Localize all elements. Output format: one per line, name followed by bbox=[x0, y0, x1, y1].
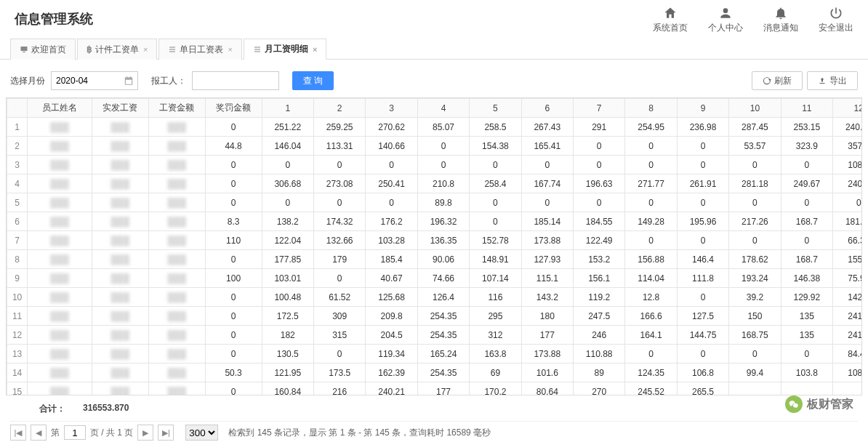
app-header: 信息管理系统 系统首页 个人中心 消息通知 安全退出 bbox=[0, 0, 868, 38]
nav-logout[interactable]: 安全退出 bbox=[819, 6, 853, 34]
monitor-icon bbox=[20, 45, 28, 54]
grid-header: 员工姓名实发工资工资金额奖罚金额12345678910111213 bbox=[7, 99, 863, 118]
reporter-label: 报工人： bbox=[151, 75, 186, 87]
refresh-icon bbox=[763, 76, 771, 85]
table-row[interactable]: 3█████████000000000000108.410 bbox=[7, 156, 863, 174]
table-row[interactable]: 14█████████50.3121.95173.5162.39254.3569… bbox=[7, 363, 863, 382]
column-header[interactable]: 4 bbox=[417, 99, 469, 118]
pager-prev[interactable]: ◀ bbox=[31, 425, 47, 441]
wechat-icon bbox=[785, 395, 803, 413]
pager: |◀ ◀ 第 页 / 共 1 页 ▶ ▶| 300 检索到 145 条记录，显示… bbox=[10, 421, 858, 441]
table-row[interactable]: 5█████████000089.800000000 bbox=[7, 193, 863, 212]
watermark: 板财管家 bbox=[785, 395, 853, 413]
pager-first[interactable]: |◀ bbox=[10, 425, 26, 441]
data-grid[interactable]: 员工姓名实发工资工资金额奖罚金额12345678910111213 1█████… bbox=[6, 97, 862, 395]
tab-welcome[interactable]: 欢迎首页 bbox=[10, 39, 76, 60]
footer: 合计： 316553.870 |◀ ◀ 第 页 / 共 1 页 ▶ ▶| 300… bbox=[0, 395, 868, 442]
close-icon[interactable]: × bbox=[228, 45, 232, 54]
grid-wrap: 员工姓名实发工资工资金额奖罚金额12345678910111213 1█████… bbox=[0, 97, 868, 395]
grid-body: 1█████████0251.22259.25270.6285.07258.52… bbox=[7, 118, 863, 396]
pager-info: 检索到 145 条记录，显示 第 1 条 - 第 145 条，查询耗时 1658… bbox=[228, 427, 491, 439]
close-icon[interactable]: × bbox=[143, 45, 148, 54]
column-header[interactable]: 工资金额 bbox=[148, 99, 205, 118]
table-row[interactable]: 7█████████110122.04132.66103.28136.35152… bbox=[7, 231, 863, 250]
column-header[interactable]: 2 bbox=[313, 99, 365, 118]
column-header[interactable]: 员工姓名 bbox=[28, 99, 92, 118]
app-title: 信息管理系统 bbox=[15, 10, 93, 28]
calendar-icon[interactable] bbox=[124, 76, 134, 86]
tabs-bar: 欢迎首页 ฿ 计件工资单 × 单日工资表 × 月工资明细 × bbox=[0, 38, 868, 60]
nav-profile-label: 个人中心 bbox=[708, 22, 743, 34]
sum-row: 合计： 316553.870 bbox=[10, 400, 858, 418]
column-header[interactable]: 10 bbox=[729, 99, 781, 118]
pager-last[interactable]: ▶| bbox=[158, 425, 174, 441]
pager-size-select[interactable]: 300 bbox=[185, 425, 218, 441]
header-nav: 系统首页 个人中心 消息通知 安全退出 bbox=[653, 6, 853, 34]
table-row[interactable]: 2█████████44.8146.04113.31140.660154.381… bbox=[7, 137, 863, 156]
table-row[interactable]: 15█████████0160.84216240.21177170.280.64… bbox=[7, 382, 863, 396]
table-row[interactable]: 1█████████0251.22259.25270.6285.07258.52… bbox=[7, 118, 863, 137]
nav-notify-label: 消息通知 bbox=[763, 22, 798, 34]
column-header[interactable]: 12 bbox=[833, 99, 862, 118]
pager-next[interactable]: ▶ bbox=[137, 425, 153, 441]
tab-piece-salary[interactable]: ฿ 计件工资单 × bbox=[77, 39, 157, 60]
pager-page-input[interactable] bbox=[64, 425, 86, 440]
nav-logout-label: 安全退出 bbox=[819, 22, 853, 34]
sum-value: 316553.870 bbox=[83, 403, 129, 415]
list-icon bbox=[168, 45, 177, 54]
nav-home-label: 系统首页 bbox=[653, 22, 688, 34]
list-icon bbox=[253, 45, 262, 54]
close-icon[interactable]: × bbox=[313, 45, 317, 54]
query-button[interactable]: 查 询 bbox=[292, 71, 334, 90]
home-icon bbox=[663, 6, 678, 20]
column-header[interactable]: 6 bbox=[521, 99, 573, 118]
tab-monthly-detail[interactable]: 月工资明细 × bbox=[244, 39, 326, 60]
month-label: 选择月份 bbox=[10, 75, 45, 87]
column-header[interactable] bbox=[7, 99, 28, 118]
nav-profile[interactable]: 个人中心 bbox=[708, 6, 743, 34]
column-header[interactable]: 实发工资 bbox=[92, 99, 148, 118]
refresh-button[interactable]: 刷新 bbox=[752, 71, 803, 90]
table-row[interactable]: 13█████████0130.50119.34165.24163.8173.8… bbox=[7, 345, 863, 363]
nav-notify[interactable]: 消息通知 bbox=[763, 6, 798, 34]
user-icon bbox=[718, 6, 733, 20]
table-row[interactable]: 4█████████0306.68273.08250.41210.8258.41… bbox=[7, 174, 863, 193]
column-header[interactable]: 11 bbox=[781, 99, 832, 118]
column-header[interactable]: 5 bbox=[470, 99, 521, 118]
toolbar: 选择月份 报工人： 查 询 刷新 导出 bbox=[0, 60, 868, 97]
bitcoin-icon: ฿ bbox=[87, 44, 92, 55]
reporter-input[interactable] bbox=[192, 71, 279, 90]
bell-icon bbox=[773, 6, 788, 20]
power-icon bbox=[829, 6, 843, 20]
table-row[interactable]: 8█████████0177.85179185.490.06148.91127.… bbox=[7, 250, 863, 269]
nav-home[interactable]: 系统首页 bbox=[653, 6, 688, 34]
column-header[interactable]: 奖罚金额 bbox=[205, 99, 262, 118]
sum-label: 合计： bbox=[39, 403, 65, 415]
table-row[interactable]: 9█████████100103.01040.6774.66107.14115.… bbox=[7, 269, 863, 288]
export-icon bbox=[818, 76, 827, 85]
column-header[interactable]: 9 bbox=[677, 99, 728, 118]
column-header[interactable]: 3 bbox=[366, 99, 417, 118]
tab-daily-salary[interactable]: 单日工资表 × bbox=[158, 39, 241, 60]
column-header[interactable]: 7 bbox=[574, 99, 625, 118]
column-header[interactable]: 1 bbox=[262, 99, 313, 118]
table-row[interactable]: 11█████████0172.5309209.8254.35295180247… bbox=[7, 307, 863, 326]
column-header[interactable]: 8 bbox=[625, 99, 677, 118]
export-button[interactable]: 导出 bbox=[807, 71, 858, 90]
table-row[interactable]: 10█████████0100.4861.52125.68126.4116143… bbox=[7, 288, 863, 307]
table-row[interactable]: 12█████████0182315204.5254.3531217724616… bbox=[7, 326, 863, 345]
table-row[interactable]: 6█████████8.3138.2174.32176.2196.320185.… bbox=[7, 212, 863, 231]
